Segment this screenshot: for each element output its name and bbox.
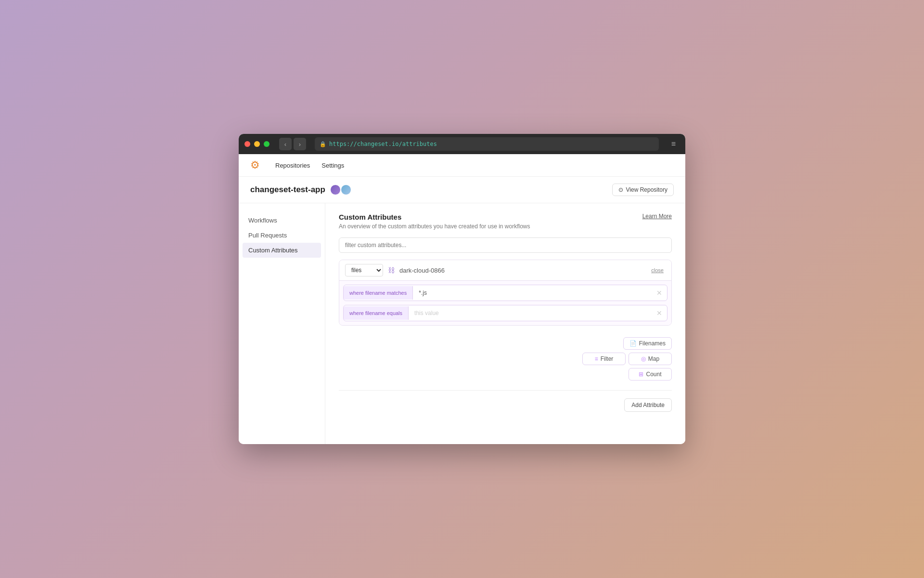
lock-icon: 🔒 xyxy=(320,141,326,147)
action-buttons: 📄 Filenames ≡ Filter ◎ Map xyxy=(339,333,672,384)
learn-more-link[interactable]: Learn More xyxy=(642,213,672,220)
top-nav: ⚙ Repositories Settings xyxy=(239,154,685,177)
type-select[interactable]: files text number xyxy=(345,264,383,276)
nav-buttons: ‹ › xyxy=(279,138,306,150)
address-bar[interactable]: 🔒 https://changeset.io/attributes xyxy=(315,137,659,151)
condition-delete-1[interactable]: ✕ xyxy=(652,285,667,301)
github-icon: ⊙ xyxy=(618,186,623,193)
browser-titlebar: ‹ › 🔒 https://changeset.io/attributes ≡ xyxy=(239,134,685,154)
map-icon: ◎ xyxy=(641,355,646,362)
forward-button[interactable]: › xyxy=(294,138,306,150)
content-header: Custom Attributes An overview of the cus… xyxy=(339,213,672,230)
link-icon: ⛓ xyxy=(388,266,395,274)
condition-row-1: where filename matches *.js ✕ xyxy=(343,285,667,301)
condition-value-1[interactable]: *.js xyxy=(413,286,652,300)
filter-input[interactable] xyxy=(339,237,672,253)
repo-name: changeset-test-app xyxy=(250,185,325,195)
content-area: Custom Attributes An overview of the cus… xyxy=(325,203,685,444)
condition-rows: where filename matches *.js ✕ where file… xyxy=(339,281,671,325)
traffic-light-yellow[interactable] xyxy=(254,141,260,147)
repo-title: changeset-test-app xyxy=(250,184,351,195)
condition-label-1: where filename matches xyxy=(344,286,413,300)
map-button[interactable]: ◎ Map xyxy=(629,353,672,365)
content-title: Custom Attributes xyxy=(339,213,530,221)
url-text: https://changeset.io/attributes xyxy=(329,141,437,147)
filenames-icon: 📄 xyxy=(629,340,637,347)
traffic-light-green[interactable] xyxy=(264,141,270,147)
sidebar-item-pull-requests[interactable]: Pull Requests xyxy=(239,228,325,243)
add-attribute-button[interactable]: Add Attribute xyxy=(624,398,672,412)
avatar-2 xyxy=(341,184,351,195)
add-attribute-section: Add Attribute xyxy=(339,396,672,412)
sidebar-item-workflows[interactable]: Workflows xyxy=(239,213,325,228)
separator xyxy=(339,390,672,391)
count-button[interactable]: ⊞ Count xyxy=(629,368,672,381)
close-button[interactable]: close xyxy=(649,266,666,274)
browser-window: ‹ › 🔒 https://changeset.io/attributes ≡ … xyxy=(239,134,685,444)
nav-link-repositories[interactable]: Repositories xyxy=(275,162,310,169)
sidebar: Workflows Pull Requests Custom Attribute… xyxy=(239,203,325,444)
filter-icon: ≡ xyxy=(595,355,598,362)
view-repository-button[interactable]: ⊙ View Repository xyxy=(612,184,674,196)
attribute-card-header: files text number ⛓ dark-cloud-0866 clos… xyxy=(339,260,671,281)
main-layout: Workflows Pull Requests Custom Attribute… xyxy=(239,203,685,444)
condition-delete-2[interactable]: ✕ xyxy=(652,305,667,321)
condition-label-2: where filename equals xyxy=(344,306,409,320)
avatar-1 xyxy=(330,184,341,195)
logo-icon: ⚙ xyxy=(250,159,260,171)
sidebar-item-custom-attributes[interactable]: Custom Attributes xyxy=(243,243,321,258)
filter-button[interactable]: ≡ Filter xyxy=(582,353,626,365)
condition-row-2: where filename equals this value ✕ xyxy=(343,305,667,321)
count-icon: ⊞ xyxy=(639,371,643,378)
attribute-card: files text number ⛓ dark-cloud-0866 clos… xyxy=(339,260,672,326)
traffic-light-red[interactable] xyxy=(244,141,250,147)
nav-link-settings[interactable]: Settings xyxy=(321,162,344,169)
app-content: ⚙ Repositories Settings changeset-test-a… xyxy=(239,154,685,444)
repo-header: changeset-test-app ⊙ View Repository xyxy=(239,177,685,203)
content-subtitle: An overview of the custom attributes you… xyxy=(339,223,530,230)
menu-icon[interactable]: ≡ xyxy=(667,138,680,150)
avatars xyxy=(330,184,351,195)
back-button[interactable]: ‹ xyxy=(279,138,292,150)
attribute-name: dark-cloud-0866 xyxy=(399,267,644,274)
view-repo-label: View Repository xyxy=(626,186,667,193)
content-title-group: Custom Attributes An overview of the cus… xyxy=(339,213,530,230)
condition-value-2[interactable]: this value xyxy=(409,306,652,320)
filenames-button[interactable]: 📄 Filenames xyxy=(623,337,672,350)
